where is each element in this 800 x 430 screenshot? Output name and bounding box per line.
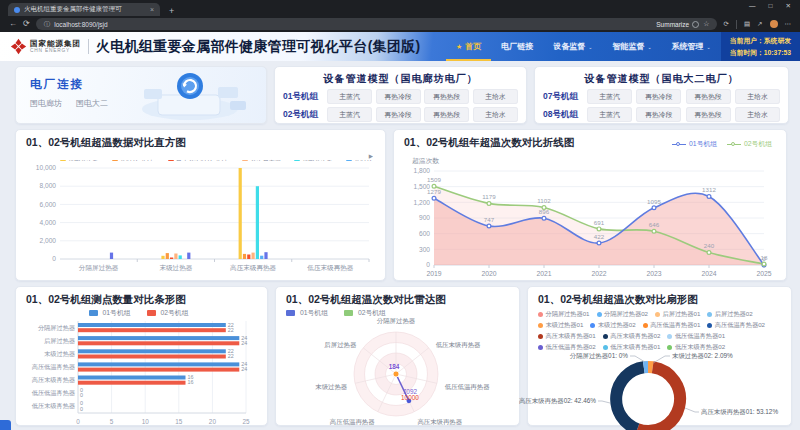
profile-avatar[interactable] [770,20,778,28]
legend-item[interactable]: 01号机组 [89,308,131,318]
svg-text:低压低温再热器: 低压低温再热器 [445,383,490,391]
svg-text:600: 600 [419,230,430,237]
svg-text:1312: 1312 [702,186,716,193]
minimize-button[interactable]: — [749,2,756,10]
back-button[interactable]: ← [9,20,17,28]
pipe-button[interactable]: 主给水 [473,89,518,104]
legend-item[interactable]: 单次最高温01 [242,159,288,162]
svg-text:高压末级再热器01: 53.12%: 高压末级再热器01: 53.12% [701,408,778,416]
user-info: 当前用户：系统研发 当前时间：10:37:53 [721,32,800,61]
legend-item[interactable]: 超限总次数02 [294,159,340,162]
svg-text:2,000: 2,000 [39,237,56,244]
legend-item[interactable]: 后屏过热器02 [707,310,752,319]
legend-item[interactable]: 低压低温再热器01 [667,332,725,341]
svg-text:6,000: 6,000 [39,201,56,208]
histogram-title: 01、02号机组超温数据对比直方图 [16,130,385,151]
svg-text:2023: 2023 [646,270,661,277]
legend-item[interactable]: 02号机组 [727,139,772,149]
svg-text:747: 747 [484,216,495,223]
page-title: 火电机组重要金属部件健康管理可视化平台(集团版) [96,38,421,56]
svg-text:低压末级再热器: 低压末级再热器 [307,264,354,272]
pipe-button[interactable]: 主给水 [473,107,518,122]
tab-title: 火电机组重要金属部件健康管理可 [24,5,146,14]
nav-item-1[interactable]: 电厂链接 [491,32,543,61]
pipe-button[interactable]: 再热冷段 [636,107,681,122]
tab-close-icon[interactable]: × [150,6,154,13]
favicon-icon [14,7,20,13]
close-button[interactable]: ✕ [786,2,791,10]
svg-text:184: 184 [389,363,400,370]
middle-row: 01、02号机组超温数据对比直方图 超限总次数01总时长(分钟)01最大单次时长… [15,129,792,281]
legend-item[interactable]: 02号机组 [147,308,189,318]
pipe-button[interactable]: 主蒸汽 [587,89,632,104]
legend-item[interactable]: 01号机组 [286,308,328,318]
url-bar[interactable]: ⓘ localhost:8090/jsjd Summarize ☆ [36,18,718,30]
svg-text:高压末级再热器: 高压末级再热器 [417,418,462,426]
nav-item-3[interactable]: 智能监督⌄ [602,32,661,61]
svg-text:分隔屏过热器: 分隔屏过热器 [377,317,416,325]
more-menu-icon[interactable]: ⋯ [785,20,792,28]
browser-tab[interactable]: 火电机组重要金属部件健康管理可 × [8,3,160,16]
pipe-button[interactable]: 再热冷段 [636,89,681,104]
pipe-button[interactable]: 主蒸汽 [587,107,632,122]
model-card-title: 设备管道模型（国电廊坊电厂） [283,72,518,86]
pipe-button[interactable]: 再热热段 [424,89,469,104]
legend-item[interactable]: 低压低温再热器02 [538,343,596,352]
refresh-extension-icon[interactable]: ⟳ [723,20,728,28]
radar-title: 01、02号机组超温次数对比雷达图 [276,287,519,308]
pipe-button[interactable]: 主给水 [735,89,780,104]
unit-row: 02号机组 主蒸汽再热冷段再热热段主给水 [283,107,518,122]
pipe-button[interactable]: 主蒸汽 [327,107,372,122]
legend-item[interactable]: 低压末级再热器02 [667,343,725,352]
legend-item[interactable]: 最大单次时长(分钟)01 [168,159,237,162]
svg-text:10: 10 [142,418,150,425]
legend-item[interactable]: 分隔屏过热器02 [597,310,649,319]
svg-text:5: 5 [110,418,114,425]
legend-item[interactable]: 总时长(分钟)01 [112,159,162,162]
svg-text:高压低温再热器: 高压低温再热器 [32,363,76,371]
share-icon[interactable]: ↗ [757,20,762,28]
maximize-button[interactable]: □ [769,2,773,10]
pipe-button[interactable]: 再热冷段 [376,107,421,122]
legend-item[interactable]: 超限总次数01 [60,159,106,162]
plant-links: 国电廊坊国电大二 [30,98,266,109]
summarize-button[interactable]: Summarize [656,21,699,28]
pipe-button[interactable]: 主蒸汽 [327,89,372,104]
plant-connection-card: 电厂连接 国电廊坊国电大二 [15,66,267,124]
collections-icon[interactable]: ▤ [744,20,750,28]
legend-item[interactable]: 高压低温再热器02 [707,321,765,330]
svg-text:分隔屏过热器: 分隔屏过热器 [79,264,119,272]
pipe-button[interactable]: 再热冷段 [376,89,421,104]
legend-item[interactable]: 低压末级再热器01 [603,343,661,352]
plant-link[interactable]: 国电大二 [76,98,108,109]
favorite-star-icon[interactable]: ☆ [703,20,709,28]
chevron-down-icon: ⌄ [647,44,651,50]
site-info-icon[interactable]: ⓘ [44,20,51,29]
pipe-button[interactable]: 主给水 [735,107,780,122]
reload-button[interactable]: ⟳ [23,20,30,28]
plant-link[interactable]: 国电廊坊 [30,98,62,109]
pipe-button[interactable]: 再热热段 [424,107,469,122]
legend-item[interactable]: 高压末级再热器01 [538,332,596,341]
legend-item[interactable]: 末级过热器01 [538,321,583,330]
legend-item[interactable]: 后屏过热器01 [655,310,700,319]
new-tab-button[interactable]: + [169,7,174,16]
plant-connect-title: 电厂连接 [30,77,266,92]
legend-item[interactable]: 末级过热器02 [590,321,635,330]
svg-text:691: 691 [594,219,605,226]
legend-item[interactable]: 高压低温再热器01 [643,321,701,330]
org-name: 国家能源集团 [30,40,81,48]
nav-item-2[interactable]: 设备监督⌄ [543,32,602,61]
legend-item[interactable]: 高压末级再热器02 [603,332,661,341]
svg-text:2019: 2019 [426,270,441,277]
legend-item[interactable]: 分隔屏过热器01 [538,310,590,319]
pipe-button[interactable]: 再热热段 [686,107,731,122]
legend-scroll-arrow[interactable]: ▶ [369,153,373,159]
corner-widget[interactable] [0,420,11,430]
nav-item-0[interactable]: ★首页 [446,32,491,61]
nav-item-4[interactable]: 系统管理⌄ [662,32,721,61]
legend-item[interactable]: 01号机组 [672,139,717,149]
hbar-svg: 0510152025分隔屏过热器2222后屏过热器2424末级过热器2222高压… [22,318,262,426]
pipe-button[interactable]: 再热热段 [686,89,731,104]
org-name-en: CHN ENERGY [30,48,81,53]
